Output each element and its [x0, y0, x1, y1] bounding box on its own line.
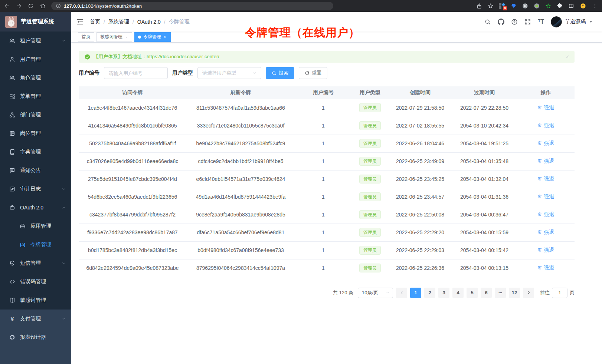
force-logout-button[interactable]: 强退: [537, 105, 554, 111]
cell-user-id: 1: [295, 99, 351, 117]
sidebar-item-oauth2-app[interactable]: 应用管理: [0, 217, 71, 235]
sidebar-item-notice[interactable]: 通知公告: [0, 161, 71, 180]
force-logout-label: 强退: [544, 176, 554, 182]
close-icon[interactable]: [163, 35, 167, 39]
page-size-select[interactable]: 10条/页: [358, 288, 393, 298]
pager-page-5[interactable]: 5: [467, 288, 478, 298]
browser-menu-icon[interactable]: [592, 3, 598, 9]
cell-refresh-token: 811c530487574fa0af1a59d3abc1aa66: [186, 99, 295, 117]
sidebar-item-pay[interactable]: ¥支付管理: [0, 310, 71, 328]
sidebar-item-oauth2-token[interactable]: (a)令牌管理: [0, 235, 71, 254]
user-no-input[interactable]: [104, 67, 168, 79]
site-info-icon[interactable]: [56, 3, 61, 9]
breadcrumb-item[interactable]: 首页: [90, 19, 100, 25]
breadcrumb-item[interactable]: 令牌管理: [169, 19, 190, 25]
close-icon[interactable]: [125, 35, 128, 39]
force-logout-label: 强退: [544, 265, 554, 271]
pager-page-12[interactable]: 12: [509, 288, 520, 298]
tab-敏感词管理[interactable]: 敏感词管理: [96, 32, 132, 42]
home-icon[interactable]: [39, 3, 46, 9]
force-logout-button[interactable]: 强退: [537, 211, 554, 218]
cell-access-token: 275e5de9151045fe87cbdc395e004f4d: [79, 170, 186, 188]
breadcrumb-item[interactable]: 系统管理: [108, 19, 129, 25]
cell-create-time: 2022-07-29 21:58:50: [389, 99, 452, 117]
user-type-select[interactable]: 请选择用户类型: [197, 67, 261, 79]
extension-badge-icon[interactable]: 9: [499, 3, 506, 9]
sidebar-item-audit-log[interactable]: 审计日志: [0, 180, 71, 198]
cell-action: 强退: [517, 188, 575, 206]
record-extension-icon[interactable]: [533, 3, 540, 9]
search-icon[interactable]: [484, 19, 491, 25]
force-logout-button[interactable]: 强退: [537, 265, 554, 271]
force-logout-button[interactable]: 强退: [537, 176, 554, 182]
tab-令牌管理[interactable]: 令牌管理: [134, 32, 171, 42]
github-icon[interactable]: [498, 19, 504, 25]
pager-page-4[interactable]: 4: [452, 288, 464, 298]
pagination: 共 120 条 10条/页 123456•••12 前往 页: [79, 288, 575, 298]
reload-icon[interactable]: [27, 3, 34, 9]
sidebar-item-dict[interactable]: 字典管理: [0, 143, 71, 161]
extensions-puzzle-icon[interactable]: [556, 3, 563, 9]
back-icon[interactable]: [4, 3, 10, 9]
breadcrumb-separator: /: [132, 19, 134, 25]
goto-page-input[interactable]: [552, 288, 567, 298]
menu-fold-icon[interactable]: [76, 18, 84, 26]
cell-access-token: c342377bf8b344799dcbf7bf095287f2: [79, 206, 186, 224]
doc-link[interactable]: https://doc.iocoder.cn/user-center/: [147, 54, 219, 59]
url-bar[interactable]: 127.0.0.1:1024/system/oauth2/token: [51, 2, 333, 10]
reset-button[interactable]: 重置: [299, 67, 327, 79]
command-extension-icon[interactable]: [522, 3, 529, 9]
sidebar-item-errcode[interactable]: 错误码管理: [0, 272, 71, 291]
breadcrumb-item[interactable]: OAuth 2.0: [137, 19, 161, 25]
pager-page-6[interactable]: 6: [481, 288, 492, 298]
sidebar-item-role[interactable]: 角色管理: [0, 69, 71, 87]
cell-user-type: 管理员: [351, 206, 389, 224]
browser-toolbar: 127.0.0.1:1024/system/oauth2/token 9: [0, 0, 602, 12]
force-logout-button[interactable]: 强退: [537, 193, 554, 200]
cell-expire-time: 2054-03-04 01:31:36: [452, 188, 517, 206]
pager-page-3[interactable]: 3: [438, 288, 449, 298]
force-logout-button[interactable]: 强退: [537, 158, 554, 165]
next-page-button[interactable]: [523, 288, 534, 298]
sidebar-item-sms[interactable]: 短信管理: [0, 254, 71, 272]
column-header: 用户类型: [351, 86, 389, 99]
force-logout-button[interactable]: 强退: [537, 140, 554, 147]
profile-avatar-icon[interactable]: [579, 2, 587, 10]
forward-icon[interactable]: [16, 3, 22, 9]
share-icon[interactable]: [476, 3, 482, 9]
sidebar-item-menu[interactable]: 菜单管理: [0, 87, 71, 106]
alert-close-icon[interactable]: [565, 54, 569, 59]
tab-首页[interactable]: 首页: [78, 32, 94, 42]
cell-create-time: 2022-06-25 23:44:57: [389, 188, 452, 206]
bookmark-star-icon[interactable]: [487, 3, 494, 9]
search-button[interactable]: 搜索: [266, 67, 294, 79]
sidebar-item-dept[interactable]: 部门管理: [0, 106, 71, 124]
cell-action: 强退: [517, 152, 575, 170]
force-logout-button[interactable]: 强退: [537, 122, 554, 129]
force-logout-button[interactable]: 强退: [537, 229, 554, 236]
sidebar-item-label: 令牌管理: [30, 241, 66, 248]
app-logo[interactable]: 芋道管理系统: [0, 12, 71, 32]
font-size-icon[interactable]: TT: [538, 19, 544, 25]
pager-page-2[interactable]: 2: [424, 288, 435, 298]
cell-access-token: b0d1785bc3a8482f812db4a3f3bd15ec: [79, 241, 186, 259]
user-type-badge: 管理员: [359, 139, 381, 148]
green-star-extension-icon[interactable]: [545, 3, 552, 9]
sidebar-item-post[interactable]: 岗位管理: [0, 124, 71, 143]
sidebar-item-user[interactable]: 用户管理: [0, 50, 71, 69]
table-row: 275e5de9151045fe87cbdc395e004f4de6cfd40e…: [79, 170, 575, 188]
user-type-badge: 管理员: [359, 192, 381, 202]
pager-page-1[interactable]: 1: [410, 288, 421, 298]
force-logout-button[interactable]: 强退: [537, 247, 554, 254]
prev-page-button[interactable]: [396, 288, 407, 298]
fullscreen-icon[interactable]: [524, 19, 531, 25]
sidebar-item-sensitive-word[interactable]: 敏感词管理: [0, 291, 71, 310]
help-icon[interactable]: [511, 19, 518, 25]
sidebar-item-report-designer[interactable]: 报表设计器: [0, 328, 71, 347]
side-panel-icon[interactable]: [568, 3, 575, 9]
pager-ellipsis[interactable]: •••: [495, 288, 506, 298]
gem-extension-icon[interactable]: [510, 3, 517, 9]
sidebar-item-tenant[interactable]: 租户管理: [0, 32, 71, 50]
sidebar-item-oauth2[interactable]: OAuth 2.0: [0, 198, 71, 217]
user-dropdown[interactable]: 芋道源码: [551, 16, 593, 27]
